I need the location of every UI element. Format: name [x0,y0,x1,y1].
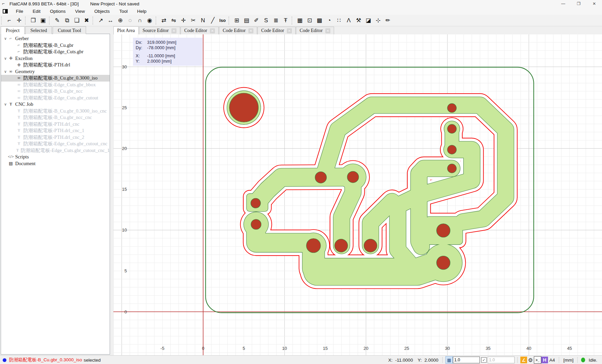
menu-edit[interactable]: Edit [28,8,45,14]
svg-text:25: 25 [404,346,409,351]
shell-icon[interactable]: >_ [534,356,541,364]
tree-item[interactable]: ∨⌐Gerber [1,35,110,42]
tree-item[interactable]: Ŧ防潮箱配電板-PTH.drl_cnc [1,121,110,128]
tree-item[interactable]: Ŧ防潮箱配電板-PTH.drl_cnc_1 [1,127,110,134]
mirror-icon[interactable]: ⇋ [169,16,179,25]
align-icon[interactable]: Ʌ [344,16,354,25]
tab-code-editor-3[interactable]: Code Editor✕ [219,27,257,34]
hud-icon[interactable]: H [541,357,548,363]
tree-item[interactable]: ⌐防潮箱配電板-B_Cu.gbr [1,42,110,49]
chevron-down-icon[interactable]: ∨ [3,56,8,61]
cutout-icon[interactable]: ✂ [188,16,198,25]
panelize-icon[interactable]: ⊞ [232,16,242,25]
locate-icon[interactable]: ◉ [145,16,155,25]
close-icon[interactable]: ✕ [210,28,215,33]
set-origin-icon[interactable]: ✛ [179,16,188,25]
punch-icon[interactable]: ∷ [334,16,344,25]
replot-icon[interactable]: ⇄ [159,16,169,25]
save-project-icon[interactable]: ▣ [38,16,48,25]
tab-code-editor-4[interactable]: Code Editor✕ [257,27,296,34]
zoom-out-icon[interactable]: ◌ [125,16,135,25]
open-gerber-icon[interactable]: ⌐ [4,16,14,25]
page-size-label[interactable]: A4 [549,358,555,363]
tree-item[interactable]: Ŧ防潮箱配電板-Edge_Cuts.gbr_cutout_cnc [1,141,110,147]
close-icon[interactable]: ✕ [325,28,330,33]
tree-item[interactable]: ∨ŦCNC Job [1,101,110,108]
grid-snap-icon[interactable]: ▦ [445,356,453,364]
grid-snap-y-input[interactable] [488,357,515,363]
chevron-down-icon[interactable]: ∨ [3,102,8,107]
chevron-down-icon[interactable]: ∨ [3,36,8,41]
toolbar-group-5: ⊞▤✐S≣Ŧ [232,16,291,25]
tree-item[interactable]: ∞防潮箱配電板-B_Cu.gbr_0.3000_iso [1,75,110,82]
close-icon[interactable]: ✕ [171,28,176,33]
etch-icon[interactable]: ✏ [383,16,393,25]
mdi-child-icon[interactable] [3,9,8,13]
measure-icon[interactable]: ↔ [106,16,115,25]
tree-item[interactable]: ▤Document [1,160,110,167]
maximize-button[interactable]: ❐ [571,0,586,7]
extract-icon[interactable]: ✐ [251,16,261,25]
fiducials-icon[interactable]: ⚒ [354,16,363,25]
tree-item[interactable]: ⌐防潮箱配電板-Edge_Cuts.gbr [1,49,110,55]
markers-icon[interactable]: ⊹ [373,16,383,25]
new-blank-icon[interactable]: ❏ [72,16,82,25]
editor-icon[interactable]: ✎ [52,16,62,25]
close-icon[interactable]: ✕ [248,28,253,33]
menu-file[interactable]: File [11,8,28,14]
minimize-button[interactable]: — [555,0,571,7]
tab-cutout-tool[interactable]: Cutout Tool [53,26,86,34]
tab-code-editor-2[interactable]: Code Editor✕ [181,27,219,34]
grid-snap-x-input[interactable] [453,357,480,363]
open-excellon-icon[interactable]: ✛ [14,16,24,25]
zoom-in-icon[interactable]: ⊕ [115,16,125,25]
calculator-icon[interactable]: ▦ [295,16,305,25]
tree-item[interactable]: </>Scripts [1,154,110,160]
chevron-down-icon[interactable]: ∨ [3,69,8,74]
tree-item[interactable]: Ŧ防潮箱配電板-B_Cu.gbr_0.3000_iso_cnc [1,108,110,115]
menu-view[interactable]: View [71,8,90,14]
tree-item[interactable]: ✛防潮箱配電板-PTH.drl [1,62,110,68]
transform-icon[interactable]: ⊡ [305,16,314,25]
tree-item[interactable]: Ŧ防潮箱配電板-B_Cu.gbr_ncc_cnc [1,114,110,121]
plot-area[interactable]: -5051015202530354045051015202530 Dx:319.… [113,34,602,355]
activity-indicator-icon[interactable] [581,358,585,362]
tree-item[interactable]: ∨✛Excellon [1,55,110,62]
solder-paste-icon[interactable]: Ŧ [281,16,291,25]
zoom-fit-icon[interactable]: ↗ [96,16,106,25]
tab-project[interactable]: Project [1,26,25,34]
tree-item[interactable]: ∞防潮箱配電板-Edge_Cuts.gbr_cutout [1,95,110,101]
tab-source-editor-1[interactable]: Source Editor✕ [139,27,180,34]
jump-to-icon[interactable]: ∩ [135,16,145,25]
tree-item[interactable]: Ŧ防潮箱配電板-Edge_Cuts.gbr_cutout_cnc_1 [1,147,110,154]
close-icon[interactable]: ✕ [287,28,292,33]
axis-toggle-icon[interactable]: ∠ [520,357,527,363]
union-icon[interactable]: S [261,16,271,25]
tab-code-editor-5[interactable]: Code Editor✕ [296,27,334,34]
paint-icon[interactable]: ╱ [208,16,218,25]
delete-icon[interactable]: ✖ [82,16,91,25]
ncc-icon[interactable]: N [198,16,208,25]
film-icon[interactable]: ▤ [242,16,251,25]
open-project-icon[interactable]: ❒ [28,16,38,25]
tab-plot-area-0[interactable]: Plot Area [113,26,139,34]
menu-objects[interactable]: Objects [90,8,115,14]
copy-object-icon[interactable]: ⧉ [62,16,72,25]
script-icon[interactable]: ≣ [271,16,281,25]
isolation-icon[interactable]: Iso [218,16,227,25]
invert-icon[interactable]: ◪ [363,16,373,25]
tree-item[interactable]: ∨∞Geometry [1,68,110,75]
menu-options[interactable]: Options [45,8,71,14]
copper-thieving-icon[interactable]: ◔ [324,16,334,25]
close-button[interactable]: ✕ [586,0,602,7]
tree-item[interactable]: ∞防潮箱配電板-B_Cu.gbr_ncc [1,88,110,95]
qrcode-icon[interactable]: ▩ [314,16,324,25]
tree-item[interactable]: Ŧ防潮箱配電板-PTH.drl_cnc_2 [1,134,110,141]
tab-selected[interactable]: Selected [25,26,52,34]
units-label[interactable]: [mm] [563,358,573,363]
preferences-gear-icon[interactable]: ⚙ [527,357,534,363]
tree-item[interactable]: ∞防潮箱配電板-Edge_Cuts.gbr_bbox [1,82,110,88]
grid-link-checkbox[interactable]: ✓ [481,357,487,363]
menu-tool[interactable]: Tool [114,8,132,14]
menu-help[interactable]: Help [132,8,151,14]
